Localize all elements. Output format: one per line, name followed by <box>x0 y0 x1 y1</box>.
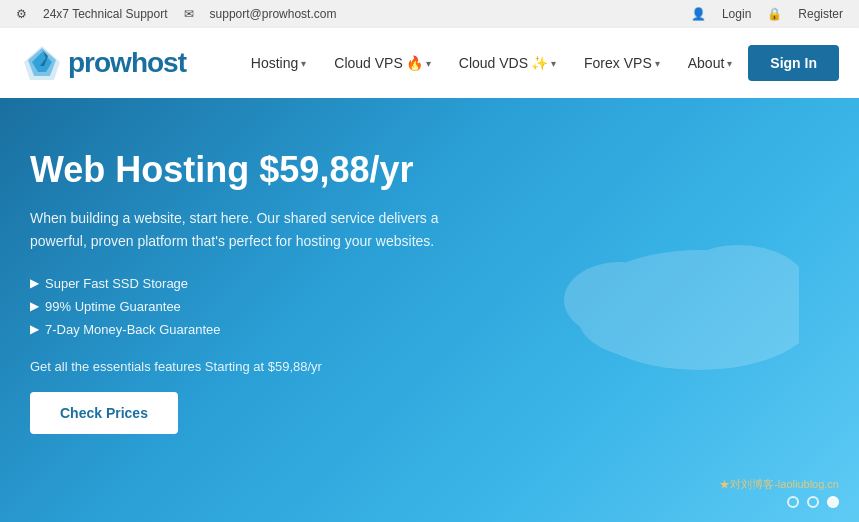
nav-cloud-vps[interactable]: Cloud VPS 🔥 ▾ <box>322 47 442 79</box>
support-icon: ⚙ <box>16 7 27 21</box>
email-icon: ✉ <box>184 7 194 21</box>
fire-icon: 🔥 <box>406 55 423 71</box>
hero-description: When building a website, start here. Our… <box>30 207 490 252</box>
topbar-left: ⚙ 24x7 Technical Support ✉ support@prowh… <box>16 7 336 21</box>
topbar: ⚙ 24x7 Technical Support ✉ support@prowh… <box>0 0 859 28</box>
slide-dot-1[interactable] <box>787 496 799 508</box>
feature-label-2: 99% Uptime Guarantee <box>45 299 181 314</box>
topbar-right: 👤 Login 🔒 Register <box>691 7 843 21</box>
hero-decoration <box>519 210 799 410</box>
chevron-down-icon-3: ▾ <box>551 58 556 69</box>
nav-cloud-vds-label: Cloud VDS <box>459 55 528 71</box>
logo[interactable]: prowhost <box>20 44 186 82</box>
nav-forex-vps-label: Forex VPS <box>584 55 652 71</box>
logo-icon <box>20 44 64 82</box>
arrow-icon-1: ▶ <box>30 276 39 290</box>
nav-about[interactable]: About ▾ <box>676 47 745 79</box>
hero-section: Web Hosting $59,88/yr When building a we… <box>0 98 859 522</box>
hero-content: Web Hosting $59,88/yr When building a we… <box>30 148 550 434</box>
slide-dot-3[interactable] <box>827 496 839 508</box>
chevron-down-icon-2: ▾ <box>426 58 431 69</box>
register-link[interactable]: Register <box>798 7 843 21</box>
nav-hosting-label: Hosting <box>251 55 298 71</box>
logo-text: prowhost <box>68 47 186 79</box>
chevron-down-icon: ▾ <box>301 58 306 69</box>
signin-button[interactable]: Sign In <box>748 45 839 81</box>
nav-cloud-vps-label: Cloud VPS <box>334 55 402 71</box>
svg-point-7 <box>564 262 674 338</box>
nav-about-label: About <box>688 55 725 71</box>
arrow-icon-3: ▶ <box>30 322 39 336</box>
star-icon: ✨ <box>531 55 548 71</box>
chevron-down-icon-5: ▾ <box>727 58 732 69</box>
chevron-down-icon-4: ▾ <box>655 58 660 69</box>
hero-title: Web Hosting $59,88/yr <box>30 148 550 191</box>
arrow-icon-2: ▶ <box>30 299 39 313</box>
lock-icon: 🔒 <box>767 7 782 21</box>
feature-label-1: Super Fast SSD Storage <box>45 276 188 291</box>
support-email[interactable]: support@prowhost.com <box>210 7 337 21</box>
login-link[interactable]: Login <box>722 7 751 21</box>
slide-dot-2[interactable] <box>807 496 819 508</box>
navbar: prowhost Hosting ▾ Cloud VPS 🔥 ▾ Cloud V… <box>0 28 859 98</box>
hero-starting-text: Get all the essentials features Starting… <box>30 359 550 374</box>
feature-item-3: ▶ 7-Day Money-Back Guarantee <box>30 322 550 337</box>
hero-features-list: ▶ Super Fast SSD Storage ▶ 99% Uptime Gu… <box>30 276 550 337</box>
nav-forex-vps[interactable]: Forex VPS ▾ <box>572 47 672 79</box>
nav-hosting[interactable]: Hosting ▾ <box>239 47 318 79</box>
feature-item-1: ▶ Super Fast SSD Storage <box>30 276 550 291</box>
support-label: 24x7 Technical Support <box>43 7 168 21</box>
feature-item-2: ▶ 99% Uptime Guarantee <box>30 299 550 314</box>
nav-menu: Hosting ▾ Cloud VPS 🔥 ▾ Cloud VDS ✨ ▾ Fo… <box>239 45 839 81</box>
check-prices-button[interactable]: Check Prices <box>30 392 178 434</box>
nav-cloud-vds[interactable]: Cloud VDS ✨ ▾ <box>447 47 568 79</box>
watermark: ★对刘博客-laoliublog.cn <box>719 477 839 492</box>
slide-indicators <box>787 496 839 508</box>
user-icon: 👤 <box>691 7 706 21</box>
feature-label-3: 7-Day Money-Back Guarantee <box>45 322 221 337</box>
